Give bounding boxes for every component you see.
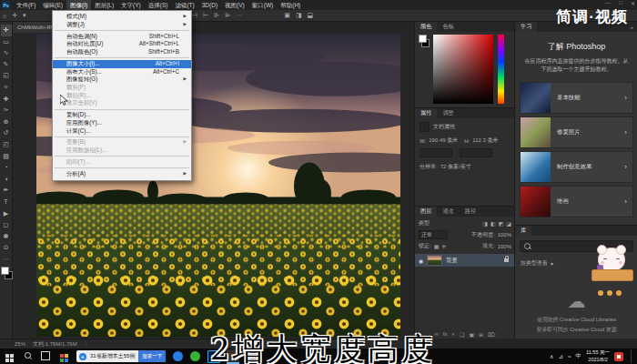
delete-layer-icon[interactable]: ⌦: [488, 331, 495, 338]
tool-button[interactable]: ✽: [1, 231, 12, 243]
tray-network-icon[interactable]: ≈: [568, 353, 571, 359]
menu-view[interactable]: 视图(V): [221, 0, 248, 10]
arrange-icon[interactable]: ◨: [296, 12, 302, 19]
tab-learn[interactable]: 学习: [515, 22, 537, 32]
align-left-icon[interactable]: ⊣: [192, 12, 197, 19]
input-method-icon[interactable]: [55, 351, 73, 362]
mini-color-swatches[interactable]: [419, 35, 430, 47]
chevron-down-icon[interactable]: ▾: [551, 260, 553, 267]
move-tool-icon[interactable]: ✛: [12, 12, 17, 19]
menu-item[interactable]: 模式(M)▶: [53, 13, 191, 21]
tab-channels[interactable]: 通道: [437, 207, 459, 217]
menu-item[interactable]: 分析(A)▶: [53, 170, 191, 178]
tool-button[interactable]: ▨: [1, 151, 12, 163]
tool-button[interactable]: ◑: [1, 174, 12, 186]
tool-button[interactable]: ⊕: [1, 116, 12, 128]
tab-adjustments[interactable]: 调整: [437, 108, 459, 118]
foreground-color-swatch[interactable]: [1, 267, 9, 275]
saturation-square[interactable]: [433, 35, 493, 104]
taskbar-clock[interactable]: 11:55 周一 2021/8/2: [586, 349, 610, 362]
menu-item[interactable]: 图像旋转(G)▶: [53, 76, 191, 84]
view-by-type-label[interactable]: 按类型查看: [521, 259, 548, 268]
width-unit-select[interactable]: [420, 148, 452, 157]
menu-3d[interactable]: 3D(D): [198, 0, 221, 10]
show-desktop-button[interactable]: [631, 349, 633, 363]
align-right-icon[interactable]: ⊢: [203, 12, 208, 19]
menu-item[interactable]: 自动对比度(U)Alt+Shift+Ctrl+L: [53, 40, 191, 48]
menu-item-image-size[interactable]: 图像大小(I)...Alt+Ctrl+I: [53, 60, 191, 68]
tool-button[interactable]: ✛: [1, 25, 12, 36]
hue-slider[interactable]: [498, 35, 504, 104]
collapse-panel-icon[interactable]: »: [631, 22, 637, 32]
menu-filter[interactable]: 滤镜(T): [171, 0, 197, 10]
start-button[interactable]: [0, 351, 18, 362]
menu-item[interactable]: 应用图像(Y)...: [53, 119, 191, 127]
filter-icon[interactable]: ◨: [482, 220, 488, 227]
tab-paths[interactable]: 路径: [460, 207, 481, 217]
tool-button[interactable]: T: [1, 197, 12, 208]
menu-item[interactable]: 自动色调(N)Shift+Ctrl+L: [53, 33, 191, 41]
mask-icon[interactable]: ◐: [451, 331, 455, 338]
more-options-icon[interactable]: ⋯: [236, 12, 242, 19]
zoom-level[interactable]: 25%: [15, 341, 25, 347]
chevron-down-icon[interactable]: ▾: [23, 12, 26, 19]
link-icon[interactable]: ∞: [434, 331, 438, 338]
adjustment-icon[interactable]: ❏: [460, 331, 464, 338]
toolbar-more-icon[interactable]: ⋯: [1, 254, 12, 266]
news-search-widget[interactable]: e 31省新增本土55例 搜索一下: [76, 350, 166, 362]
screen-mode-icon[interactable]: ⬓: [308, 12, 314, 19]
tab-layers[interactable]: 图层: [415, 207, 437, 217]
tool-button[interactable]: ◱: [1, 70, 12, 82]
fx-icon[interactable]: fx: [443, 331, 448, 338]
menu-layer[interactable]: 图层(L): [91, 0, 117, 10]
tool-button[interactable]: ✒: [1, 185, 12, 197]
learn-card-basic-skills[interactable]: 基本技能 ›: [520, 82, 633, 114]
taskbar-app-green-icon[interactable]: [190, 351, 200, 361]
menu-select[interactable]: 选择(S): [145, 0, 172, 10]
menu-type[interactable]: 文字(Y): [117, 0, 145, 10]
menu-item[interactable]: 调整(J)▶: [53, 21, 191, 29]
tool-button[interactable]: ✚: [1, 94, 12, 106]
taskbar-search-icon[interactable]: [18, 352, 36, 360]
group-icon[interactable]: ▣: [469, 331, 474, 338]
new-layer-icon[interactable]: ⊞: [479, 331, 483, 338]
tool-button[interactable]: ◻: [1, 219, 12, 231]
opacity-value[interactable]: 100%: [498, 232, 511, 238]
taskbar-app-blue-icon[interactable]: [173, 351, 183, 361]
lock-option-icon[interactable]: ✛: [441, 243, 446, 249]
menu-item[interactable]: 自动颜色(O)Shift+Ctrl+B: [53, 48, 191, 56]
menu-item[interactable]: 画布大小(S)...Alt+Ctrl+C: [53, 68, 191, 76]
tool-button[interactable]: ⊙: [1, 242, 12, 254]
tool-button[interactable]: ◰: [1, 139, 12, 151]
menu-file[interactable]: 文件(F): [13, 0, 39, 10]
blend-mode-select[interactable]: 正常: [419, 230, 448, 239]
distribute-v-icon[interactable]: ⊫: [225, 12, 230, 19]
tool-button[interactable]: ↺: [1, 127, 12, 139]
tab-properties[interactable]: 属性: [415, 108, 437, 118]
tool-button[interactable]: ✧: [1, 82, 12, 94]
task-view-icon[interactable]: [36, 351, 55, 362]
tool-button[interactable]: ▶: [1, 208, 12, 220]
learn-card-creative-effects[interactable]: 制作创意效果 ›: [520, 151, 633, 183]
filter-icon[interactable]: ◪: [506, 220, 511, 227]
height-unit-select[interactable]: [460, 148, 492, 157]
tab-color[interactable]: 颜色: [415, 22, 437, 32]
tool-button[interactable]: ✑: [1, 105, 12, 116]
filter-icon[interactable]: ◩: [499, 220, 504, 227]
menu-help[interactable]: 帮助(H): [277, 0, 304, 10]
learn-card-retouch-photos[interactable]: 修复照片 ›: [520, 116, 633, 148]
close-icon[interactable]: ✕: [631, 0, 635, 9]
eye-icon[interactable]: ◉: [419, 258, 423, 264]
menu-item[interactable]: 复制(D)...: [53, 111, 191, 119]
tab-swatches[interactable]: 色板: [437, 22, 459, 32]
foreground-background-swatches[interactable]: [1, 267, 12, 279]
menu-window[interactable]: 窗口(W): [248, 0, 277, 10]
news-search-button[interactable]: 搜索一下: [138, 350, 166, 362]
tray-volume-icon[interactable]: ⊿: [559, 353, 563, 360]
tool-button[interactable]: ✎: [1, 59, 12, 71]
menu-item[interactable]: 计算(C)...: [53, 127, 191, 136]
distribute-h-icon[interactable]: ⊪: [214, 12, 219, 19]
menu-edit[interactable]: 编辑(E): [39, 0, 66, 10]
fill-value[interactable]: 100%: [498, 244, 511, 249]
tool-button[interactable]: ◔: [1, 162, 12, 174]
